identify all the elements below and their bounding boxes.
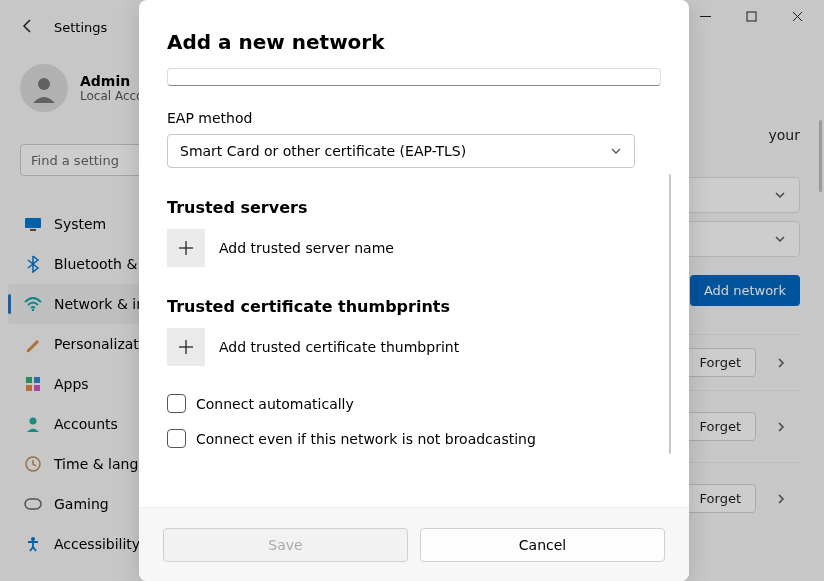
dialog-title: Add a new network <box>167 30 661 54</box>
connect-auto-label: Connect automatically <box>196 396 354 412</box>
save-button[interactable]: Save <box>163 528 408 562</box>
add-server-label: Add trusted server name <box>219 240 394 256</box>
text-input[interactable] <box>167 68 661 86</box>
plus-icon <box>178 240 194 256</box>
connect-hidden-checkbox[interactable] <box>167 429 186 448</box>
chevron-down-icon <box>610 145 622 157</box>
cancel-button[interactable]: Cancel <box>420 528 665 562</box>
scrollbar[interactable] <box>669 174 671 454</box>
trusted-servers-heading: Trusted servers <box>167 198 661 217</box>
connect-hidden-label: Connect even if this network is not broa… <box>196 431 536 447</box>
add-thumbprint-button[interactable] <box>167 328 205 366</box>
add-thumb-label: Add trusted certificate thumbprint <box>219 339 459 355</box>
eap-method-dropdown[interactable]: Smart Card or other certificate (EAP-TLS… <box>167 134 635 168</box>
plus-icon <box>178 339 194 355</box>
connect-auto-checkbox[interactable] <box>167 394 186 413</box>
add-trusted-server-button[interactable] <box>167 229 205 267</box>
add-network-dialog: Add a new network EAP method Smart Card … <box>139 0 689 581</box>
eap-label: EAP method <box>167 110 661 126</box>
thumbprints-heading: Trusted certificate thumbprints <box>167 297 661 316</box>
